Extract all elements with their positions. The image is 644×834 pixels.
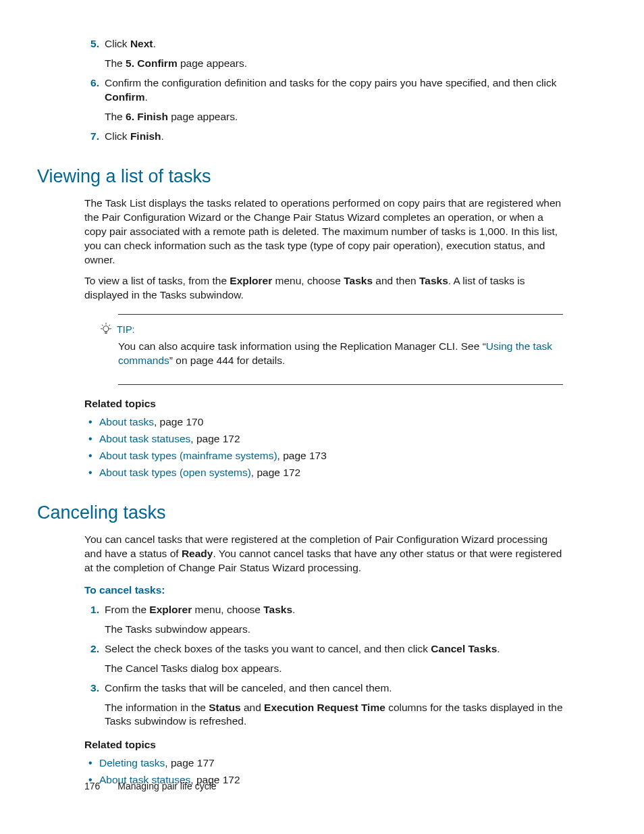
procedure-step: 1.From the Explorer menu, choose Tasks.T… bbox=[84, 603, 563, 637]
tip-text: You can also acquire task information us… bbox=[118, 340, 563, 368]
cancel-procedure-steps: 1.From the Explorer menu, choose Tasks.T… bbox=[84, 603, 563, 729]
step-text: The 5. Confirm page appears. bbox=[105, 57, 563, 71]
step-number: 3. bbox=[84, 681, 99, 696]
step-text: Confirm the tasks that will be canceled,… bbox=[105, 681, 563, 696]
page-footer: 176 Managing pair life cycle bbox=[84, 780, 217, 793]
step-text: The Tasks subwindow appears. bbox=[105, 623, 563, 637]
step-text: Click Next. bbox=[105, 37, 563, 51]
procedure-heading: To cancel tasks: bbox=[84, 583, 563, 598]
related-topic-item: About task statuses, page 172 bbox=[84, 432, 563, 446]
step-text: From the Explorer menu, choose Tasks. bbox=[105, 603, 563, 617]
cross-reference-link[interactable]: About task types (open systems) bbox=[99, 467, 251, 478]
step-text: Click Finish. bbox=[105, 130, 563, 144]
step-number: 2. bbox=[84, 642, 99, 656]
cross-reference-link[interactable]: About task statuses bbox=[99, 433, 190, 444]
related-topic-item: Deleting tasks, page 177 bbox=[84, 756, 563, 771]
related-topic-item: About tasks, page 170 bbox=[84, 415, 563, 429]
related-topic-item: About task types (open systems), page 17… bbox=[84, 466, 563, 480]
cross-reference-link[interactable]: About tasks bbox=[99, 416, 154, 427]
cross-reference-link[interactable]: Deleting tasks bbox=[99, 757, 165, 768]
prior-procedure-steps: 5.Click Next.The 5. Confirm page appears… bbox=[84, 37, 563, 144]
step-number: 5. bbox=[84, 37, 99, 51]
page-number: 176 bbox=[84, 781, 100, 791]
related-topics-heading: Related topics bbox=[84, 397, 563, 411]
body-paragraph: To view a list of tasks, from the Explor… bbox=[84, 274, 563, 303]
heading-canceling-tasks: Canceling tasks bbox=[37, 500, 563, 525]
cross-reference-link[interactable]: About task types (mainframe systems) bbox=[99, 450, 277, 461]
heading-viewing-tasks: Viewing a list of tasks bbox=[37, 164, 563, 188]
document-page: 5.Click Next.The 5. Confirm page appears… bbox=[0, 0, 644, 834]
step-text: Confirm the configuration definition and… bbox=[105, 76, 563, 105]
tip-label: TIP: bbox=[117, 324, 135, 335]
step-text: Select the check boxes of the tasks you … bbox=[105, 642, 563, 656]
tip-icon bbox=[99, 321, 114, 336]
body-paragraph: The Task List displays the tasks related… bbox=[84, 197, 563, 267]
section-viewing-body: The Task List displays the tasks related… bbox=[84, 197, 563, 480]
related-topics-heading: Related topics bbox=[84, 738, 563, 752]
step-text: The information in the Status and Execut… bbox=[105, 701, 563, 729]
section-canceling-body: You can cancel tasks that were registere… bbox=[84, 533, 563, 787]
body-paragraph: You can cancel tasks that were registere… bbox=[84, 533, 563, 575]
step-number: 1. bbox=[84, 603, 99, 617]
step-number: 7. bbox=[84, 130, 99, 144]
cross-reference-link[interactable]: Using the task commands bbox=[118, 340, 552, 366]
related-topics-list: About tasks, page 170About task statuses… bbox=[84, 415, 563, 480]
procedure-step: 3.Confirm the tasks that will be cancele… bbox=[84, 681, 563, 729]
step-text: The 6. Finish page appears. bbox=[105, 110, 563, 124]
step-text: The Cancel Tasks dialog box appears. bbox=[105, 662, 563, 676]
related-topic-item: About task types (mainframe systems), pa… bbox=[84, 449, 563, 463]
chapter-title: Managing pair life cycle bbox=[117, 781, 216, 791]
procedure-step: 7.Click Finish. bbox=[84, 130, 563, 144]
step-number: 6. bbox=[84, 76, 99, 90]
svg-point-0 bbox=[103, 326, 109, 332]
procedure-step: 6.Confirm the configuration definition a… bbox=[84, 76, 563, 124]
procedure-step: 2.Select the check boxes of the tasks yo… bbox=[84, 642, 563, 676]
tip-callout: TIP: You can also acquire task informati… bbox=[118, 314, 563, 385]
procedure-step: 5.Click Next.The 5. Confirm page appears… bbox=[84, 37, 563, 71]
